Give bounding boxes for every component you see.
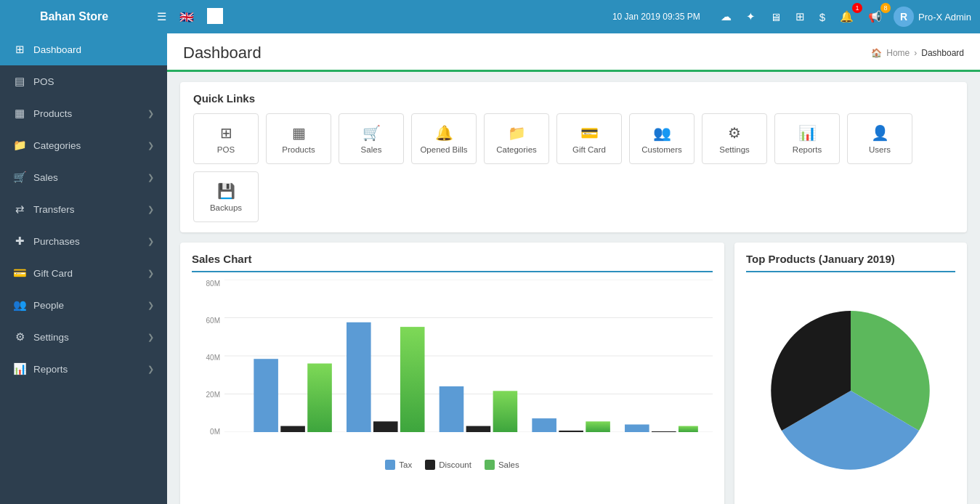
sidebar-label-pos: POS — [33, 76, 54, 87]
sidebar: ⊞ Dashboard ▤ POS ▦ Products ❯ 📁 Categor… — [0, 33, 167, 504]
legend-sales-color — [485, 460, 495, 470]
sidebar-item-giftcard[interactable]: 💳 Gift Card ❯ — [0, 257, 167, 289]
sidebar-item-transfers[interactable]: ⇄ Transfers ❯ — [0, 193, 167, 225]
bar-jan-sales — [679, 426, 698, 432]
breadcrumb: 🏠 Home › Dashboard — [871, 48, 964, 58]
sidebar-item-dashboard[interactable]: ⊞ Dashboard — [0, 33, 167, 65]
quick-link-backups[interactable]: 💾 Backups — [193, 171, 259, 222]
user-menu[interactable]: R Pro-X Admin — [894, 7, 971, 27]
sidebar-label-dashboard: Dashboard — [33, 44, 81, 55]
square-button[interactable] — [204, 5, 226, 29]
sidebar-item-products[interactable]: ▦ Products ❯ — [0, 97, 167, 129]
bar-oct-sales — [400, 327, 425, 432]
bar-sep-discount — [280, 426, 305, 432]
chart-legend: Tax Discount Sales — [192, 460, 713, 470]
brand-name: Bahan Store — [9, 10, 139, 23]
quick-link-backups-label: Backups — [210, 203, 242, 212]
sales-chart-title: Sales Chart — [192, 253, 713, 272]
sidebar-label-giftcard: Gift Card — [33, 268, 73, 279]
quick-link-settings-label: Settings — [719, 145, 750, 154]
bar-sep-tax — [254, 359, 278, 432]
breadcrumb-home-icon: 🏠 — [871, 48, 882, 58]
quick-link-customers[interactable]: 👥 Customers — [629, 113, 694, 164]
quick-link-opened-bills[interactable]: 🔔 Opened Bills — [411, 113, 477, 164]
legend-tax-color — [385, 460, 395, 470]
cloud-icon[interactable]: ☁ — [718, 7, 734, 26]
page-header: Dashboard 🏠 Home › Dashboard — [167, 33, 980, 72]
bar-dec-sales — [586, 421, 610, 432]
quick-link-reports[interactable]: 📊 Reports — [774, 113, 840, 164]
top-products-card: Top Products (January 2019) — [734, 243, 967, 504]
sidebar-item-purchases[interactable]: ✚ Purchases ❯ — [0, 225, 167, 257]
pos-icon: ▤ — [13, 75, 26, 88]
message-icon-wrap[interactable]: 📢 8 — [865, 7, 885, 26]
quick-link-openedbills-label: Opened Bills — [420, 145, 467, 154]
reports-icon: 📊 — [13, 362, 26, 375]
bar-sep-sales — [307, 364, 332, 433]
network-icon[interactable]: ✦ — [743, 7, 758, 26]
grid-icon[interactable]: ⊞ — [793, 7, 808, 26]
quick-links-grid: ⊞ POS ▦ Products 🛒 Sales 🔔 Opened Bills — [193, 113, 954, 222]
quick-link-settings[interactable]: ⚙ Settings — [702, 113, 767, 164]
quick-link-customers-icon: 👥 — [653, 124, 671, 142]
sidebar-item-people[interactable]: 👥 People ❯ — [0, 289, 167, 321]
purchases-icon: ✚ — [13, 235, 26, 248]
sidebar-item-settings[interactable]: ⚙ Settings ❯ — [0, 321, 167, 353]
sales-chart-card: Sales Chart 80M 60M 40M 20M 0M — [180, 243, 724, 504]
legend-sales-label: Sales — [498, 460, 519, 469]
monitor-icon[interactable]: 🖥 — [767, 8, 784, 26]
dashboard-icon: ⊞ — [13, 43, 26, 56]
sidebar-label-purchases: Purchases — [33, 236, 80, 247]
quick-link-users[interactable]: 👤 Users — [847, 113, 912, 164]
notification-bell[interactable]: 🔔 1 — [837, 7, 857, 26]
quick-link-products[interactable]: ▦ Products — [266, 113, 331, 164]
legend-tax: Tax — [385, 460, 412, 470]
quick-link-users-label: Users — [869, 145, 891, 154]
flag-icon[interactable]: 🇬🇧 — [177, 7, 197, 27]
legend-sales: Sales — [485, 460, 519, 470]
legend-discount-color — [425, 460, 435, 470]
bar-oct-tax — [347, 322, 371, 432]
quick-link-reports-icon: 📊 — [798, 124, 817, 142]
purchases-chevron: ❯ — [147, 237, 154, 246]
bar-nov-sales — [493, 391, 518, 432]
bar-jan-tax — [625, 425, 649, 433]
sidebar-label-reports: Reports — [33, 364, 68, 375]
sidebar-label-sales: Sales — [33, 172, 58, 183]
y-label-80m: 80M — [206, 280, 220, 288]
bar-nov-tax — [440, 386, 464, 432]
quick-link-openedbills-icon: 🔔 — [435, 124, 453, 142]
transfers-icon: ⇄ — [13, 203, 26, 216]
legend-discount-label: Discount — [439, 460, 471, 469]
sales-chevron: ❯ — [147, 173, 154, 182]
datetime-display: 10 Jan 2019 09:35 PM — [612, 12, 700, 22]
quick-link-categories[interactable]: 📁 Categories — [484, 113, 549, 164]
y-label-0m: 0M — [210, 428, 220, 436]
breadcrumb-home[interactable]: Home — [886, 48, 910, 58]
dollar-icon[interactable]: $ — [817, 8, 828, 26]
username-label: Pro-X Admin — [918, 12, 971, 23]
settings-icon: ⚙ — [13, 330, 26, 344]
sidebar-item-pos[interactable]: ▤ POS — [0, 65, 167, 97]
y-label-40m: 40M — [206, 354, 220, 362]
quick-link-sales-label: Sales — [361, 145, 382, 154]
sidebar-item-categories[interactable]: 📁 Categories ❯ — [0, 129, 167, 161]
bar-oct-discount — [373, 421, 398, 432]
sidebar-item-sales[interactable]: 🛒 Sales ❯ — [0, 161, 167, 193]
bar-jan-discount — [652, 431, 676, 432]
quick-link-pos[interactable]: ⊞ POS — [193, 113, 259, 164]
bar-chart-container: 80M 60M 40M 20M 0M — [192, 280, 713, 476]
quick-link-giftcard[interactable]: 💳 Gift Card — [556, 113, 622, 164]
quick-link-backups-icon: 💾 — [217, 182, 235, 200]
user-avatar: R — [894, 7, 914, 27]
menu-icon[interactable]: ☰ — [154, 7, 169, 26]
top-products-title: Top Products (January 2019) — [746, 253, 955, 272]
pie-chart-container — [746, 280, 955, 501]
sidebar-label-categories: Categories — [33, 140, 81, 151]
quick-link-customers-label: Customers — [641, 145, 682, 154]
y-label-60m: 60M — [206, 317, 220, 325]
giftcard-chevron: ❯ — [147, 269, 154, 278]
quick-link-sales[interactable]: 🛒 Sales — [339, 113, 404, 164]
legend-tax-label: Tax — [399, 460, 412, 469]
sidebar-item-reports[interactable]: 📊 Reports ❯ — [0, 353, 167, 385]
